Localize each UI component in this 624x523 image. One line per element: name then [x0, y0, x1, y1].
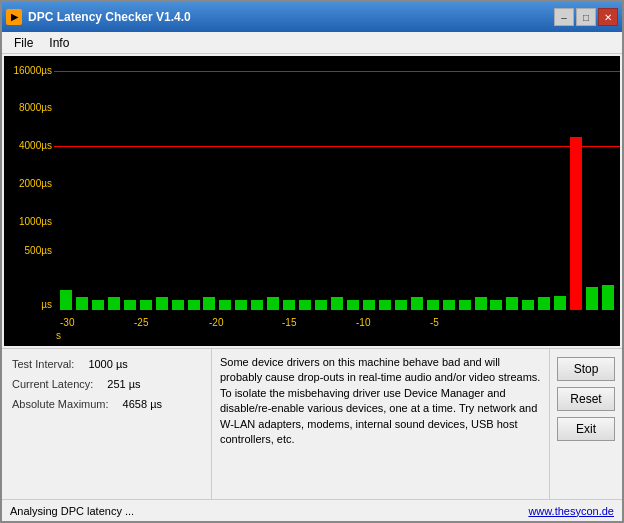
bar-19: [363, 300, 375, 310]
bar-11: [235, 300, 247, 310]
absolute-max-row: Absolute Maximum: 4658 µs: [12, 397, 201, 411]
bar-34: [602, 285, 614, 310]
bars-container: [56, 56, 618, 310]
x-unit-s: s: [56, 330, 61, 341]
bar-13: [267, 297, 279, 310]
current-latency-label: Current Latency:: [12, 378, 93, 390]
info-text: Some device drivers on this machine beha…: [220, 356, 540, 445]
bar-22: [411, 297, 423, 310]
bar-26: [475, 297, 487, 310]
bar-18: [347, 300, 359, 310]
menu-bar: File Info: [2, 32, 622, 54]
bar-12: [251, 300, 263, 310]
app-icon: ▶: [6, 9, 22, 25]
y-label-4000: 4000µs: [6, 140, 52, 151]
bar-6: [156, 297, 168, 310]
y-label-16000: 16000µs: [6, 65, 52, 76]
bar-7: [172, 300, 184, 310]
bar-28: [506, 297, 518, 310]
title-bar: ▶ DPC Latency Checker V1.4.0 – □ ✕: [2, 2, 622, 32]
y-label-500: 500µs: [6, 245, 52, 256]
y-label-us: µs: [6, 299, 52, 310]
x-label-minus10: -10: [356, 317, 370, 328]
main-window: ▶ DPC Latency Checker V1.4.0 – □ ✕ File …: [0, 0, 624, 523]
bar-16: [315, 300, 327, 310]
x-label-minus5: -5: [430, 317, 439, 328]
menu-info[interactable]: Info: [41, 34, 77, 52]
bar-8: [188, 300, 200, 310]
stats-panel: Test Interval: 1000 µs Current Latency: …: [2, 349, 212, 499]
reset-button[interactable]: Reset: [557, 387, 615, 411]
menu-file[interactable]: File: [6, 34, 41, 52]
bar-25: [459, 300, 471, 310]
test-interval-row: Test Interval: 1000 µs: [12, 357, 201, 371]
latency-chart: 16000µs 8000µs 4000µs 2000µs 1000µs 500µ…: [4, 56, 620, 346]
bar-21: [395, 300, 407, 310]
y-label-2000: 2000µs: [6, 178, 52, 189]
y-label-8000: 8000µs: [6, 102, 52, 113]
bar-23: [427, 300, 439, 310]
bar-4: [124, 300, 136, 310]
bar-14: [283, 300, 295, 310]
bar-3: [108, 297, 120, 310]
absolute-max-value: 4658 µs: [123, 398, 162, 410]
bar-27: [490, 300, 502, 310]
bottom-section: Test Interval: 1000 µs Current Latency: …: [2, 348, 622, 499]
title-bar-left: ▶ DPC Latency Checker V1.4.0: [6, 9, 191, 25]
y-label-1000: 1000µs: [6, 216, 52, 227]
bar-29: [522, 300, 534, 310]
x-label-minus15: -15: [282, 317, 296, 328]
window-title: DPC Latency Checker V1.4.0: [28, 10, 191, 24]
bar-5: [140, 300, 152, 310]
bar-30: [538, 297, 550, 310]
x-label-minus30: -30: [60, 317, 74, 328]
close-button[interactable]: ✕: [598, 8, 618, 26]
bar-32: [570, 137, 582, 310]
status-bar: Analysing DPC latency ... www.thesycon.d…: [2, 499, 622, 521]
status-text: Analysing DPC latency ...: [10, 505, 134, 517]
buttons-panel: Stop Reset Exit: [550, 349, 622, 499]
x-label-minus20: -20: [209, 317, 223, 328]
bar-33: [586, 287, 598, 310]
current-latency-value: 251 µs: [107, 378, 140, 390]
absolute-max-label: Absolute Maximum:: [12, 398, 109, 410]
minimize-button[interactable]: –: [554, 8, 574, 26]
bar-15: [299, 300, 311, 310]
bar-31: [554, 296, 566, 310]
bar-24: [443, 300, 455, 310]
bar-9: [203, 297, 215, 310]
x-label-minus25: -25: [134, 317, 148, 328]
bar-20: [379, 300, 391, 310]
bar-17: [331, 297, 343, 310]
exit-button[interactable]: Exit: [557, 417, 615, 441]
stop-button[interactable]: Stop: [557, 357, 615, 381]
info-panel: Some device drivers on this machine beha…: [212, 349, 550, 499]
bar-2: [92, 300, 104, 310]
test-interval-label: Test Interval:: [12, 358, 74, 370]
bar-0: [60, 290, 72, 310]
maximize-button[interactable]: □: [576, 8, 596, 26]
bar-10: [219, 300, 231, 310]
test-interval-value: 1000 µs: [88, 358, 127, 370]
title-buttons: – □ ✕: [554, 8, 618, 26]
bar-1: [76, 297, 88, 310]
current-latency-row: Current Latency: 251 µs: [12, 377, 201, 391]
website-link[interactable]: www.thesycon.de: [528, 505, 614, 517]
